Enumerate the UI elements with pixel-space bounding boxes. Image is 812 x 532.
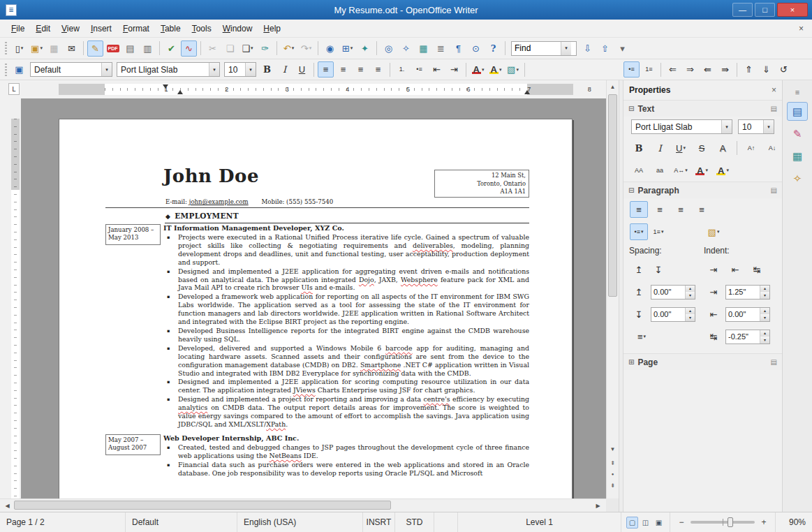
email-link[interactable]: john@example.com bbox=[189, 198, 249, 205]
expand-icon[interactable]: ⊞ bbox=[628, 358, 634, 366]
book-view-icon[interactable]: ▣ bbox=[653, 517, 665, 529]
menu-view[interactable]: View bbox=[56, 21, 85, 36]
sidebar-numbering-icon[interactable]: 1≡▾ bbox=[649, 223, 667, 240]
first-line-indent-marker[interactable] bbox=[163, 84, 168, 89]
sidebar-align-right-icon[interactable]: ≡ bbox=[672, 201, 690, 218]
promote-level-icon[interactable]: ⇐ bbox=[665, 61, 681, 77]
bullets-toggle-icon[interactable]: •≡ bbox=[623, 61, 640, 77]
numbering-list-icon[interactable]: 1. bbox=[394, 61, 410, 77]
menu-file[interactable]: File bbox=[6, 21, 30, 36]
bullets-list-icon[interactable]: •≡ bbox=[411, 61, 427, 77]
right-indent-marker[interactable] bbox=[524, 90, 530, 94]
find-replace-icon[interactable]: ◎ bbox=[381, 40, 397, 57]
nonprinting-characters-icon[interactable]: ¶ bbox=[450, 40, 466, 57]
align-center-icon[interactable]: ≡ bbox=[335, 61, 351, 77]
sidebar-menu-icon[interactable]: ≡ bbox=[787, 86, 808, 98]
lowercase-icon[interactable]: aa bbox=[651, 162, 669, 179]
paragraph-more-options-icon[interactable]: ▤ bbox=[771, 186, 777, 194]
sidebar-gallery-tab[interactable]: ▦ bbox=[787, 147, 808, 165]
sidebar-align-left-icon[interactable]: ≡ bbox=[630, 201, 648, 218]
titlebar[interactable]: ≣ My Resume.odt - OpenOffice Writer — □ … bbox=[0, 0, 812, 20]
sidebar-properties-tab[interactable]: ▤ bbox=[787, 102, 808, 121]
hyperlink-icon[interactable]: ◉ bbox=[322, 40, 338, 57]
underline-icon[interactable]: U bbox=[294, 61, 310, 77]
email-document-icon[interactable]: ✉ bbox=[64, 40, 80, 57]
left-indent-marker[interactable] bbox=[177, 90, 183, 94]
scroll-right-button[interactable]: ▶ bbox=[592, 500, 604, 511]
chevron-down-icon[interactable]: ▾ bbox=[763, 120, 774, 133]
scroll-down-button[interactable]: ▼ bbox=[607, 443, 619, 455]
spin-up-icon[interactable]: ▴ bbox=[686, 286, 695, 293]
vertical-ruler[interactable] bbox=[10, 98, 21, 498]
page-section-header[interactable]: ⊞ Page ▤ bbox=[623, 353, 782, 370]
below-spacing-field[interactable]: 0.00" ▴▾ bbox=[651, 307, 695, 322]
increase-spacing-icon[interactable]: ↥ bbox=[630, 261, 648, 278]
spelling-icon[interactable]: ✔ bbox=[163, 40, 179, 57]
chevron-down-icon[interactable]: ▾ bbox=[245, 63, 256, 76]
page-indicator[interactable]: Page 1 / 2 bbox=[0, 512, 126, 532]
text-section-header[interactable]: ⊟ Text ▤ bbox=[623, 100, 782, 117]
before-text-indent-field[interactable]: 1.25" ▴▾ bbox=[725, 285, 770, 300]
sidebar-bullets-icon[interactable]: •≡▾ bbox=[630, 223, 648, 240]
first-line-indent-field[interactable]: -0.25" ▴▾ bbox=[725, 330, 770, 344]
zoom-slider[interactable] bbox=[691, 521, 755, 524]
autospellcheck-icon[interactable]: ∿ bbox=[181, 40, 197, 57]
spin-up-icon[interactable]: ▴ bbox=[760, 308, 769, 315]
demote-with-subpoints-icon[interactable]: ⇛ bbox=[717, 61, 733, 77]
paragraph-style-combobox[interactable]: Default ▾ bbox=[30, 62, 112, 77]
sidebar-align-justify-icon[interactable]: ≡ bbox=[693, 201, 711, 218]
spin-up-icon[interactable]: ▴ bbox=[686, 308, 695, 315]
restart-numbering-icon[interactable]: ↺ bbox=[776, 61, 792, 77]
menu-help[interactable]: Help bbox=[258, 21, 286, 36]
spin-down-icon[interactable]: ▾ bbox=[760, 314, 769, 321]
language-indicator[interactable]: English (USA) bbox=[237, 512, 363, 532]
document-canvas[interactable]: John Doe 12 Main St,Toronto, OntarioA1A … bbox=[21, 98, 606, 498]
scroll-up-button[interactable]: ▲ bbox=[607, 81, 619, 92]
decrease-indent-icon[interactable]: ⇤ bbox=[429, 61, 445, 77]
navigation-button[interactable]: ● bbox=[607, 468, 619, 480]
navigator-icon[interactable]: ✧ bbox=[398, 40, 414, 57]
tab-type-selector[interactable]: L bbox=[8, 83, 20, 95]
move-down-icon[interactable]: ⇓ bbox=[758, 61, 774, 77]
spin-up-icon[interactable]: ▴ bbox=[760, 286, 769, 293]
help-icon[interactable]: ? bbox=[485, 40, 501, 57]
close-document-icon[interactable]: × bbox=[799, 24, 804, 34]
switch-indent-icon[interactable]: ↹ bbox=[748, 261, 766, 278]
draw-functions-icon[interactable]: ✦ bbox=[357, 40, 373, 57]
promote-with-subpoints-icon[interactable]: ⇚ bbox=[700, 61, 716, 77]
background-color-icon[interactable]: ▧▾ bbox=[505, 61, 521, 77]
copy-icon[interactable]: ❏ bbox=[222, 40, 238, 57]
toolbar-grip[interactable] bbox=[5, 42, 7, 54]
chevron-down-icon[interactable]: ▾ bbox=[101, 63, 112, 76]
sidebar-align-center-icon[interactable]: ≡ bbox=[651, 201, 669, 218]
export-pdf-icon[interactable]: PDF bbox=[105, 40, 121, 57]
redo-icon[interactable]: ↷▾ bbox=[298, 40, 314, 57]
strikethrough-icon[interactable]: S bbox=[693, 140, 711, 156]
menu-edit[interactable]: Edit bbox=[30, 21, 56, 36]
chevron-down-icon[interactable]: ▾ bbox=[209, 63, 219, 76]
after-text-indent-field[interactable]: 0.00" ▴▾ bbox=[725, 307, 770, 322]
sidebar-italic-icon[interactable]: I bbox=[651, 140, 669, 156]
format-paintbrush-icon[interactable]: ✑ bbox=[257, 40, 273, 57]
page-more-options-icon[interactable]: ▤ bbox=[771, 358, 777, 366]
spin-down-icon[interactable]: ▾ bbox=[760, 337, 769, 343]
sidebar-background-color-icon[interactable]: ▧▾ bbox=[704, 223, 723, 240]
sidebar-underline-icon[interactable]: U▾ bbox=[672, 140, 690, 156]
zoom-out-icon[interactable]: − bbox=[677, 517, 686, 527]
gallery-icon[interactable]: ▦ bbox=[415, 40, 431, 57]
bold-icon[interactable]: B bbox=[259, 61, 275, 77]
horizontal-scrollbar-thumb[interactable] bbox=[14, 501, 391, 510]
toolbar-options-icon[interactable]: ▾ bbox=[614, 40, 630, 57]
menu-tools[interactable]: Tools bbox=[186, 21, 217, 36]
page-style-indicator[interactable]: Default bbox=[126, 512, 237, 532]
chevron-down-icon[interactable]: ▾ bbox=[721, 120, 732, 133]
save-icon[interactable]: ▦ bbox=[46, 40, 62, 57]
sidebar-styles-tab[interactable]: ✎ bbox=[787, 124, 808, 143]
spin-down-icon[interactable]: ▾ bbox=[760, 292, 769, 299]
new-document-icon[interactable]: ▯▾ bbox=[11, 40, 27, 57]
open-icon[interactable]: ▣▾ bbox=[29, 40, 45, 57]
selection-mode-indicator[interactable]: STD bbox=[395, 512, 434, 532]
sidebar-decrease-indent-icon[interactable]: ⇤ bbox=[726, 261, 744, 278]
uppercase-icon[interactable]: AA bbox=[630, 162, 648, 179]
line-spacing-icon[interactable]: ≡▾ bbox=[630, 328, 654, 345]
